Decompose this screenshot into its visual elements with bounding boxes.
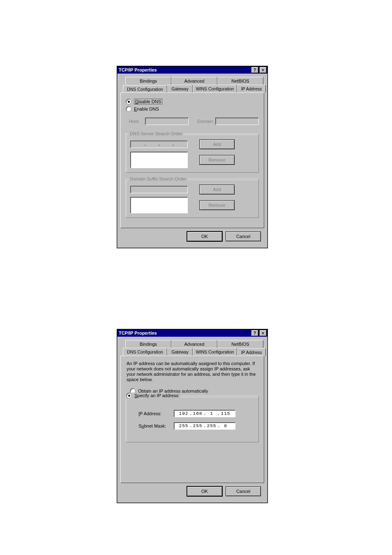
tabs-front-row: DNS Configuration Gateway WINS Configura… — [123, 348, 266, 356]
suffix-list-row: Remove — [130, 197, 254, 213]
tcpip-properties-dialog-ip: TCP/IP Properties ? × Bindings Advanced … — [117, 329, 268, 503]
ok-button[interactable]: OK — [187, 231, 222, 241]
tab-dns-configuration[interactable]: DNS Configuration — [123, 85, 167, 93]
ip-address-row: IP Address: 192. 168. 1 . 115 — [138, 410, 254, 417]
tabs-back-row: Bindings Advanced NetBIOS — [125, 340, 263, 348]
ip-address-input[interactable]: 192. 168. 1 . 115 — [174, 410, 235, 417]
dns-list-row: Remove — [130, 152, 254, 168]
dialog-footer: OK Cancel — [120, 228, 264, 245]
suffix-input — [130, 186, 188, 193]
host-domain-row: Host: Domain: — [129, 118, 259, 125]
suffix-add-button: Add — [199, 185, 235, 194]
window-title: TCP/IP Properties — [119, 331, 250, 335]
group-domain-suffix-search-order: Domain Suffix Search Order Add Remove — [126, 179, 259, 218]
cancel-button[interactable]: Cancel — [226, 231, 261, 241]
radio-disable-dns[interactable]: Disable DNS — [126, 99, 259, 104]
tab-gateway[interactable]: Gateway — [167, 85, 193, 92]
dns-ip-input: ... — [130, 141, 188, 148]
radio-enable-dns-label: Enable DNS — [134, 106, 159, 111]
client-area: Bindings Advanced NetBIOS DNS Configurat… — [117, 74, 267, 248]
tabs-front-row: DNS Configuration Gateway WINS Configura… — [123, 85, 266, 92]
tab-ip-address[interactable]: IP Address — [237, 85, 266, 92]
tab-wins-configuration[interactable]: WINS Configuration — [193, 85, 237, 92]
ok-button[interactable]: OK — [187, 486, 222, 496]
suffix-listbox — [130, 197, 188, 213]
subnet-mask-label: Subnet Mask: — [138, 423, 174, 428]
suffix-input-row: Add — [130, 185, 254, 194]
radio-specify-ip[interactable]: Specify an IP address: — [126, 393, 180, 398]
domain-label: Domain: — [197, 119, 215, 124]
tab-advanced[interactable]: Advanced — [171, 77, 217, 85]
dns-add-button: Add — [199, 139, 235, 149]
tcpip-properties-dialog-dns: TCP/IP Properties ? × Bindings Advanced … — [117, 66, 268, 248]
tab-page-ip: An IP address can be automatically assig… — [120, 356, 264, 483]
close-icon[interactable]: × — [259, 67, 267, 73]
tabs-back-row: Bindings Advanced NetBIOS — [125, 77, 263, 85]
host-label: Host: — [129, 119, 145, 124]
dns-server-listbox — [130, 152, 188, 168]
group-suffix-caption: Domain Suffix Search Order — [129, 176, 187, 181]
radio-specify-ip-label: Specify an IP address: — [134, 393, 180, 398]
tab-netbios[interactable]: NetBIOS — [217, 340, 263, 348]
ip-address-blurb: An IP address can be automatically assig… — [127, 361, 258, 382]
dns-remove-button: Remove — [199, 155, 235, 165]
client-area: Bindings Advanced NetBIOS DNS Configurat… — [117, 337, 267, 503]
group-specify-ip: Specify an IP address: IP Address: 192. … — [126, 396, 259, 442]
tab-bindings[interactable]: Bindings — [125, 340, 171, 348]
window-title: TCP/IP Properties — [119, 67, 250, 72]
tab-ip-address[interactable]: IP Address — [237, 348, 266, 356]
tab-gateway[interactable]: Gateway — [167, 348, 193, 356]
domain-input — [215, 118, 259, 125]
subnet-mask-input[interactable]: 255. 255. 255. 0 — [174, 422, 235, 430]
tab-advanced[interactable]: Advanced — [171, 340, 217, 348]
help-icon[interactable]: ? — [251, 330, 258, 336]
tab-wins-configuration[interactable]: WINS Configuration — [193, 348, 237, 356]
ip-address-label: IP Address: — [138, 411, 174, 416]
host-input — [145, 118, 189, 125]
titlebar[interactable]: TCP/IP Properties ? × — [117, 66, 267, 74]
close-icon[interactable]: × — [259, 330, 267, 336]
cancel-button[interactable]: Cancel — [226, 486, 261, 496]
radio-enable-dns[interactable]: Enable DNS — [126, 106, 259, 112]
dialog-footer: OK Cancel — [120, 483, 264, 500]
radio-dot-icon — [126, 106, 131, 112]
tab-page-dns: Disable DNS Enable DNS Host: Domain: DNS… — [120, 92, 264, 228]
radio-disable-dns-label: Disable DNS — [134, 99, 162, 104]
radio-dot-icon — [126, 393, 132, 398]
help-icon[interactable]: ? — [251, 67, 258, 73]
suffix-remove-button: Remove — [199, 200, 235, 210]
group-dns-server-search-order: DNS Server Search Order ... Add Remove — [126, 134, 259, 173]
tab-dns-configuration[interactable]: DNS Configuration — [123, 348, 167, 356]
tab-bindings[interactable]: Bindings — [125, 77, 171, 85]
radio-dot-icon — [126, 99, 131, 104]
dns-ip-row: ... Add — [130, 139, 254, 149]
group-dns-caption: DNS Server Search Order — [129, 131, 184, 136]
titlebar[interactable]: TCP/IP Properties ? × — [117, 329, 267, 337]
tab-netbios[interactable]: NetBIOS — [217, 77, 263, 85]
subnet-mask-row: Subnet Mask: 255. 255. 255. 0 — [138, 422, 254, 430]
